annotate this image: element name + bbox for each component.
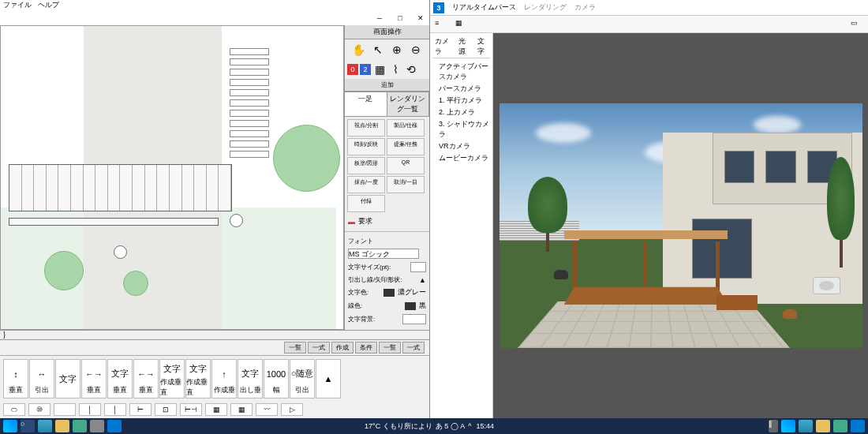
start-button-2[interactable]: [781, 420, 795, 432]
grid-btn-5[interactable]: QR: [387, 157, 425, 174]
shape-brick2[interactable]: ▦: [230, 403, 253, 416]
task-app2[interactable]: [90, 420, 104, 432]
shape-brick[interactable]: ▦: [205, 403, 227, 416]
btab-4[interactable]: 一覧: [379, 342, 401, 354]
task-edge[interactable]: [38, 420, 52, 432]
layers-icon[interactable]: ▦: [372, 62, 387, 77]
shape-line-v2[interactable]: │: [104, 403, 126, 416]
task-app1[interactable]: [73, 420, 87, 432]
grid-btn-8[interactable]: 付録: [347, 195, 385, 212]
close-button[interactable]: ✕: [415, 13, 426, 24]
task-edge-2[interactable]: [799, 420, 813, 432]
start-button[interactable]: [3, 420, 17, 432]
dim-btn-8[interactable]: ↑作成垂: [211, 359, 237, 398]
section-label: 追加: [345, 79, 429, 92]
shape-ellipse-num[interactable]: ⑩: [28, 403, 51, 416]
grid-btn-0[interactable]: 視点/分割: [347, 119, 385, 137]
dim-btn-5[interactable]: ←→垂直: [133, 359, 159, 398]
ime-indicator[interactable]: あ 5 ◯ A: [436, 421, 466, 432]
grid-btn-2[interactable]: 時刻/反映: [347, 138, 385, 155]
shape-ellipse[interactable]: ⬭: [3, 403, 25, 416]
tab-render-list[interactable]: レンダリング一覧: [387, 92, 430, 116]
dim-btn-11[interactable]: ○随意引出: [290, 359, 315, 398]
btab-2[interactable]: 作成: [331, 342, 354, 354]
shape-blank[interactable]: [54, 403, 76, 416]
clock-time[interactable]: 15:44: [476, 422, 494, 430]
list-view-icon[interactable]: ≡: [435, 19, 447, 30]
count-red[interactable]: 0: [347, 64, 358, 75]
grid-btn-7[interactable]: 取消/一目: [387, 176, 425, 193]
dim-btn-7[interactable]: 文字作成垂直: [185, 359, 211, 398]
tree-tab-text[interactable]: 文字: [475, 36, 490, 58]
request-btn[interactable]: 要求: [358, 216, 372, 226]
grid-btn-4[interactable]: 板塗/図形: [347, 157, 385, 174]
render-viewport[interactable]: [493, 33, 868, 418]
menu-file[interactable]: ファイル: [3, 0, 32, 11]
shape-line-v[interactable]: │: [79, 403, 101, 416]
dim-btn-12[interactable]: ▲: [316, 359, 341, 398]
btab-0[interactable]: 一覧: [284, 342, 306, 354]
dim-btn-0[interactable]: ↕垂直: [3, 359, 28, 398]
linecolor-swatch[interactable]: [405, 302, 416, 310]
tab-view[interactable]: 一足: [345, 92, 387, 116]
size-input[interactable]: [410, 262, 426, 272]
link-icon[interactable]: ⌇: [388, 62, 402, 77]
title-tab-0[interactable]: レンダリング: [524, 2, 567, 13]
weather-widget[interactable]: 17°C くもり所により: [365, 421, 432, 432]
dim-btn-2[interactable]: 文字: [55, 359, 80, 398]
tree-tab-camera[interactable]: カメラ: [432, 36, 453, 58]
tree-item-0[interactable]: アクティブパースカメラ: [432, 61, 490, 83]
shape-wave[interactable]: 〰: [256, 403, 278, 416]
bg-select[interactable]: [402, 314, 426, 324]
plan-canvas[interactable]: [0, 25, 344, 330]
font-select[interactable]: MS ゴシック: [348, 249, 419, 259]
arrow-icon[interactable]: ▲: [419, 276, 426, 284]
textcolor-swatch[interactable]: [383, 289, 395, 297]
btab-1[interactable]: 一式: [308, 342, 330, 354]
refresh-icon[interactable]: ⟲: [404, 62, 418, 77]
tree-item-3[interactable]: 2. 上カメラ: [432, 107, 490, 118]
menu-help[interactable]: ヘルプ: [38, 0, 59, 11]
btab-3[interactable]: 条件: [355, 342, 377, 354]
dim-btn-4[interactable]: 文字垂直: [107, 359, 133, 398]
tree-item-1[interactable]: パースカメラ: [432, 83, 490, 95]
task-explorer-2[interactable]: [816, 420, 830, 432]
tree-item-4[interactable]: 3. シャドウカメラ: [432, 118, 490, 140]
request-icon[interactable]: ▬: [348, 218, 355, 226]
dim-btn-10[interactable]: 1000幅: [264, 359, 289, 398]
title-tab-1[interactable]: カメラ: [574, 2, 596, 13]
task-explorer[interactable]: [55, 420, 69, 432]
grid-btn-1[interactable]: 製品/仕様: [387, 119, 425, 137]
grid-view-icon[interactable]: ▦: [455, 19, 468, 30]
tree-tab-light[interactable]: 光源: [456, 36, 471, 58]
grid-btn-6[interactable]: 採点/一度: [347, 176, 385, 193]
tree-item-5[interactable]: VRカメラ: [432, 140, 490, 152]
task-app3-2[interactable]: [851, 420, 865, 432]
dim-btn-3[interactable]: ←→垂直: [81, 359, 107, 398]
dim-btn-9[interactable]: 文字出し垂: [238, 359, 263, 398]
pan-tool-icon[interactable]: ✋: [352, 43, 366, 57]
tray-chevron-icon[interactable]: ^: [468, 422, 471, 430]
shape-dot[interactable]: ⊡: [155, 403, 177, 416]
task-app1-2[interactable]: [833, 420, 847, 432]
dim-btn-1[interactable]: ↔引出: [29, 359, 54, 398]
task-search[interactable]: ○: [21, 420, 35, 432]
minimize-button[interactable]: ─: [374, 13, 385, 24]
shape-triangle[interactable]: ▷: [281, 403, 303, 416]
settings-icon[interactable]: ▭: [851, 19, 863, 30]
select-tool-icon[interactable]: ↖: [371, 43, 385, 57]
shape-marker[interactable]: ⊢: [129, 403, 152, 416]
task-sep[interactable]: ‖: [769, 420, 778, 432]
maximize-button[interactable]: □: [395, 13, 406, 24]
tree-item-2[interactable]: 1. 平行カメラ: [432, 95, 490, 107]
count-blue[interactable]: 2: [360, 64, 371, 75]
btab-5[interactable]: 一式: [402, 342, 425, 354]
camera-tree-panel: カメラ 光源 文字 アクティブパースカメラパースカメラ1. 平行カメラ2. 上カ…: [430, 33, 493, 418]
grid-btn-3[interactable]: 提案/任務: [387, 138, 425, 155]
zoom-in-icon[interactable]: ⊕: [390, 43, 404, 57]
zoom-out-icon[interactable]: ⊖: [409, 43, 423, 57]
task-app3[interactable]: [107, 420, 122, 432]
shape-h[interactable]: ⊢⊣: [180, 403, 202, 416]
dim-btn-6[interactable]: 文字作成垂直: [159, 359, 185, 398]
tree-item-6[interactable]: ムービーカメラ: [432, 152, 490, 164]
